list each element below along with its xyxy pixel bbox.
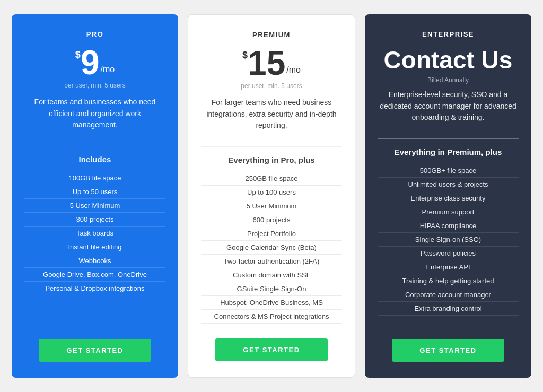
price-number: 9	[81, 46, 100, 80]
includes-label: Includes	[79, 155, 111, 164]
feature-item: Up to 50 users	[24, 185, 165, 199]
cta-button-pro[interactable]: GET STARTED	[39, 339, 152, 362]
plan-description: For teams and businesses who need effici…	[24, 97, 165, 131]
feature-item: Webhooks	[24, 254, 165, 268]
feature-item: Instant file editing	[24, 240, 165, 254]
price-mo: /mo	[100, 65, 115, 74]
plan-card-pro: PRO $ 9 /mo per user, min. 5 users For t…	[12, 14, 178, 378]
feature-item: HIPAA compliance	[378, 219, 519, 233]
price-mo: /mo	[286, 65, 301, 75]
feature-item: 250GB file space	[201, 172, 342, 186]
feature-item: 300 projects	[24, 213, 165, 227]
feature-item: Unlimited users & projects	[378, 178, 519, 191]
pricing-container: PRO $ 9 /mo per user, min. 5 users For t…	[12, 14, 531, 378]
plan-card-premium: PREMIUM $ 15 /mo per user, min. 5 users …	[188, 14, 355, 378]
plan-name: PRO	[86, 30, 104, 38]
feature-item: 100GB file space	[24, 171, 165, 185]
price-dollar: $	[75, 50, 81, 59]
enterprise-title: Contact Us	[384, 46, 513, 74]
billed-annually: Billed Annually	[427, 76, 469, 84]
plan-description: For larger teams who need business integ…	[201, 97, 342, 132]
price-area: $ 9 /mo	[75, 46, 115, 80]
cta-button-enterprise[interactable]: GET STARTED	[392, 339, 505, 362]
plan-description: Enterprise-level security, SSO and a ded…	[378, 89, 519, 124]
plan-card-enterprise: ENTERPRISE Contact Us Billed Annually En…	[365, 14, 531, 378]
feature-item: Connectors & MS Project integrations	[201, 310, 342, 324]
feature-item: Training & help getting started	[378, 274, 519, 288]
per-user: per user, min. 5 users	[64, 82, 125, 89]
feature-item: Hubspot, OneDrive Business, MS	[201, 296, 342, 310]
feature-item: Up to 100 users	[201, 186, 342, 199]
feature-item: 5 User Minimum	[24, 199, 165, 213]
divider	[201, 146, 342, 147]
per-user: per user, min. 5 users	[241, 82, 302, 90]
feature-item: Project Portfolio	[201, 227, 342, 241]
features-list: 100GB file spaceUp to 50 users5 User Min…	[24, 171, 165, 324]
includes-label: Everything in Premium, plus	[395, 147, 502, 156]
feature-item: GSuite Single Sign-On	[201, 282, 342, 296]
feature-item: Extra branding control	[378, 302, 519, 316]
feature-item: Two-factor authentication (2FA)	[201, 255, 342, 268]
feature-item: Personal & Dropbox integrations	[24, 282, 165, 295]
feature-item: 5 User Minimum	[201, 199, 342, 213]
feature-item: Google Calendar Sync (Beta)	[201, 241, 342, 255]
feature-item: Single Sign-on (SSO)	[378, 233, 519, 247]
features-list: 500GB+ file spaceUnlimited users & proje…	[378, 164, 519, 324]
divider	[378, 138, 519, 139]
feature-item: 600 projects	[201, 213, 342, 227]
plan-name: PREMIUM	[252, 31, 291, 39]
price-area: $ 15 /mo	[242, 46, 301, 80]
feature-item: Enterprise class security	[378, 191, 519, 205]
feature-item: Custom domain with SSL	[201, 268, 342, 282]
feature-item: Password policies	[378, 247, 519, 260]
plan-name: ENTERPRISE	[422, 30, 474, 38]
feature-item: Corporate account manager	[378, 288, 519, 302]
feature-item: Google Drive, Box.com, OneDrive	[24, 268, 165, 282]
includes-label: Everything in Pro, plus	[228, 155, 314, 164]
features-list: 250GB file spaceUp to 100 users5 User Mi…	[201, 172, 342, 324]
price-number: 15	[248, 46, 285, 80]
cta-button-premium[interactable]: GET STARTED	[215, 338, 328, 361]
feature-item: Task boards	[24, 227, 165, 240]
divider	[24, 146, 165, 146]
price-dollar: $	[242, 50, 248, 60]
feature-item: Premium support	[378, 205, 519, 219]
feature-item: 500GB+ file space	[378, 164, 519, 178]
feature-item: Enterprise API	[378, 260, 519, 274]
